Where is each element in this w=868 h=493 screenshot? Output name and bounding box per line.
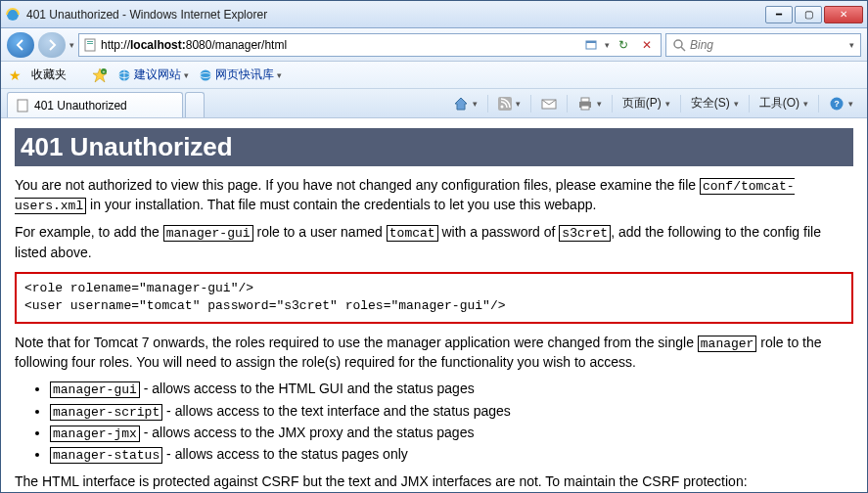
home-button[interactable]: ▾	[453, 96, 478, 112]
paragraph: The HTML interface is protected against …	[15, 472, 853, 492]
print-button[interactable]: ▾	[577, 97, 602, 111]
add-favorite-icon[interactable]: +	[92, 67, 108, 83]
back-button[interactable]	[7, 32, 34, 58]
page-menu[interactable]: 页面(P)▾	[622, 95, 670, 112]
feeds-button[interactable]: ▾	[498, 97, 521, 111]
paragraph: Note that for Tomcat 7 onwards, the role…	[15, 334, 853, 373]
suggested-sites-link[interactable]: 建议网站▾	[117, 67, 189, 83]
window-controls: ━ ▢ ✕	[765, 6, 863, 23]
svg-text:?: ?	[834, 99, 840, 109]
webslice-gallery-link[interactable]: 网页快讯库▾	[199, 67, 282, 83]
nav-toolbar: ▾ http://localhost:8080/manager/html ▾ ↻…	[1, 28, 867, 62]
address-dropdown-icon[interactable]: ▾	[605, 40, 610, 50]
address-url: http://localhost:8080/manager/html	[101, 38, 287, 52]
command-bar: ▾ ▾ ▾ 页面(P)▾ 安全(S)▾ 工具(O)▾ ?▾	[453, 89, 861, 117]
refresh-button[interactable]: ↻	[614, 35, 633, 55]
list-item: manager-jmx - allows access to the JMX p…	[50, 424, 853, 443]
list-item: manager-script - allows access to the te…	[50, 402, 853, 422]
svg-rect-16	[18, 100, 27, 112]
browser-window: 401 Unauthorized - Windows Internet Expl…	[0, 0, 868, 493]
svg-line-7	[681, 47, 685, 51]
titlebar: 401 Unauthorized - Windows Internet Expl…	[1, 1, 867, 28]
ie-logo-icon	[5, 7, 21, 22]
nav-history-dropdown-icon[interactable]: ▾	[69, 40, 74, 50]
error-heading: 401 Unauthorized	[15, 128, 853, 166]
svg-rect-2	[87, 41, 93, 42]
address-bar[interactable]: http://localhost:8080/manager/html ▾ ↻ ✕	[78, 33, 662, 57]
compat-view-icon[interactable]	[581, 35, 601, 55]
favorites-bar: ★ 收藏夹 + 建议网站▾ 网页快讯库▾	[1, 62, 867, 89]
search-icon	[672, 38, 686, 52]
page-icon	[83, 38, 97, 52]
svg-text:+: +	[103, 68, 106, 74]
svg-rect-22	[581, 106, 589, 110]
roles-list: manager-gui - allows access to the HTML …	[50, 380, 853, 465]
minimize-button[interactable]: ━	[765, 6, 793, 23]
page-icon	[16, 99, 29, 112]
window-title: 401 Unauthorized - Windows Internet Expl…	[26, 8, 765, 22]
new-tab-button[interactable]	[185, 92, 205, 117]
svg-rect-1	[85, 39, 95, 51]
forward-button[interactable]	[38, 32, 66, 58]
tab-bar: 401 Unauthorized ▾ ▾ ▾ 页面(P)▾ 安全(S)▾	[1, 89, 867, 118]
svg-rect-3	[87, 43, 93, 44]
readmail-button[interactable]	[541, 97, 557, 111]
paragraph: For example, to add the manager-gui role…	[15, 223, 853, 262]
search-input[interactable]	[690, 38, 845, 52]
svg-point-6	[674, 40, 682, 48]
tab-active[interactable]: 401 Unauthorized	[7, 92, 183, 117]
stop-button[interactable]: ✕	[637, 35, 657, 55]
tools-menu[interactable]: 工具(O)▾	[759, 95, 808, 112]
favorites-label[interactable]: 收藏夹	[31, 67, 67, 83]
search-dropdown-icon[interactable]: ▾	[849, 40, 854, 50]
close-button[interactable]: ✕	[824, 6, 863, 23]
list-item: manager-status - allows access to the st…	[50, 445, 853, 465]
help-button[interactable]: ?▾	[829, 96, 853, 112]
paragraph: You are not authorized to view this page…	[15, 176, 853, 215]
list-item: manager-gui - allows access to the HTML …	[50, 380, 853, 399]
svg-point-18	[500, 105, 503, 108]
code-example: <role rolename="manager-gui"/> <user use…	[15, 272, 853, 323]
search-bar[interactable]: ▾	[665, 33, 861, 57]
svg-point-14	[201, 69, 211, 80]
svg-rect-21	[581, 98, 589, 102]
svg-rect-5	[586, 41, 596, 43]
tab-title: 401 Unauthorized	[34, 99, 127, 112]
page-content: 401 Unauthorized You are not authorized …	[1, 118, 867, 492]
safety-menu[interactable]: 安全(S)▾	[691, 95, 739, 112]
maximize-button[interactable]: ▢	[795, 6, 822, 23]
favorites-star-icon[interactable]: ★	[9, 67, 22, 83]
